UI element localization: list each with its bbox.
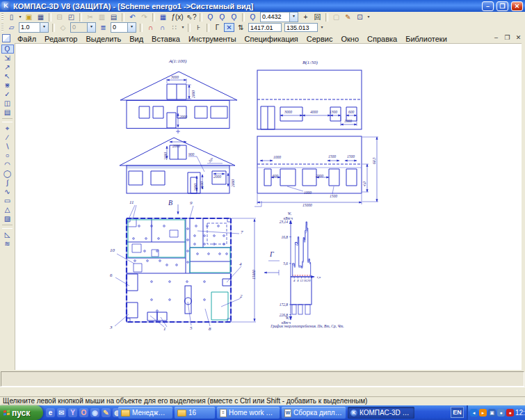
taskbar-button[interactable]: WСборка диплома [Ре... [282,407,346,419]
zoom-window-button[interactable]: Ǫ [205,13,216,22]
cursor-step-combo-dropdown[interactable]: ▾ [40,23,48,32]
taskbar-button[interactable]: ≡Home work manageme... [217,407,280,419]
coordinates-icon[interactable]: ⇅ [236,23,246,32]
context-help-button[interactable]: ⇖? [186,13,197,22]
pan-button[interactable]: + [300,13,311,22]
preview-button[interactable]: ◰ [66,13,76,22]
start-button[interactable]: пуск [0,405,43,420]
grid-button[interactable]: ∷ [169,23,179,32]
chamfer-tool-icon[interactable]: ◺ [1,230,14,239]
redo-button[interactable]: ↷ [139,13,150,22]
rectangle-tool-icon[interactable]: ▭ [1,196,14,205]
restore-button[interactable]: ❐ [496,1,508,11]
coordinates-dropdown[interactable]: ▾ [319,23,325,32]
continuous-line-tool-icon[interactable]: ∫ [1,178,14,187]
mdi-restore-button[interactable]: ❐ [503,33,511,42]
zoom-scale-combo-dropdown[interactable]: ▾ [289,13,298,22]
current-layer-combo-dropdown[interactable]: ▾ [127,23,136,32]
network-tray-icon[interactable]: ▣ [488,409,496,417]
open-button[interactable]: ▣ [24,13,34,22]
side-view-b-drawing[interactable] [257,70,362,129]
document-setup-button[interactable]: ▱ [6,23,17,32]
document-menu-icon[interactable] [2,34,10,42]
curve-tool-icon[interactable]: ∿ [1,187,14,196]
zoom-scale-combo-input[interactable] [261,13,289,20]
hatch-tool-icon[interactable]: ▨ [1,214,14,223]
y-coordinate-field[interactable] [284,23,318,32]
variables-button[interactable]: ƒ(x) [170,13,185,22]
copy-button[interactable]: ▥ [97,13,107,22]
current-view-combo-dropdown[interactable]: ▾ [87,23,95,32]
section-view-drawing[interactable] [257,136,378,204]
undo-button[interactable]: ↶ [127,13,138,22]
front-elevation-drawing[interactable] [120,72,237,134]
new-document-button-dropdown[interactable]: ▾ [17,13,23,22]
internet-explorer-icon[interactable]: e [46,408,55,417]
refresh-image-button[interactable]: ✎ [343,13,353,22]
polygon-tool-icon[interactable]: △ [1,205,14,214]
media-player-tray-icon[interactable]: ▸ [479,409,487,417]
mdi-minimize-button[interactable]: – [492,33,500,42]
current-scale-button[interactable]: Ǫ [248,13,258,22]
messenger-icon[interactable]: Y [68,408,77,417]
views-panel-icon[interactable]: ◫ [1,99,14,108]
cursor-step-combo-input[interactable] [19,23,40,31]
opera-icon[interactable]: O [79,408,88,417]
check-document-icon[interactable]: ✓ [1,90,14,99]
circle-tool-icon[interactable]: ○ [1,151,14,160]
rounding-button[interactable]: ✕ [224,23,234,32]
zoom-in-button[interactable]: Ǫ [217,13,227,22]
language-indicator[interactable]: EN [451,407,464,418]
floor-plan-drawing[interactable] [115,201,261,327]
taskbar-button[interactable]: KКОМПАС-3D V8 (ЗА... [348,407,414,419]
display-mode-button[interactable]: ⊡ [355,13,365,22]
taskbar-clock[interactable]: 12:20 [515,409,525,417]
arc-tool-icon[interactable]: ◠ [1,160,14,169]
toolbar-grip[interactable] [1,13,3,21]
local-cs-button[interactable]: ⊦ [193,23,204,32]
ortho-drawing-button[interactable]: Γ [212,23,223,32]
new-document-button[interactable]: ▯ [6,13,17,22]
ellipse-tool-icon[interactable]: ◯ [1,169,14,178]
grid-button-dropdown[interactable]: ▾ [180,23,186,32]
layers-button[interactable]: ≣ [98,23,108,32]
equidistant-tool-icon[interactable]: ≋ [1,239,14,248]
print-button[interactable]: ⊟ [54,13,65,22]
current-layer-combo-input[interactable] [111,23,127,31]
display-mode-button-dropdown[interactable]: ▾ [366,13,371,22]
current-view-button[interactable]: ◇ [58,23,68,32]
x-coordinate-field[interactable] [248,23,282,32]
save-button[interactable]: ▦ [35,13,46,22]
side-elevation-drawing[interactable] [120,138,235,193]
outlook-express-icon[interactable]: ✉ [57,408,66,417]
update-tray-icon[interactable]: ● [497,409,505,417]
aux-geometry-icon[interactable]: ⋇ [1,81,14,90]
browser-icon[interactable]: ◉ [90,408,99,417]
toolbar-grip[interactable] [1,24,3,31]
global-snaps-button[interactable]: ∩ [145,23,156,32]
spec-panel-icon[interactable]: ▤ [1,108,14,117]
cut-button[interactable]: ✂ [85,13,95,22]
drawing-canvas[interactable]: 5,616,823,1448121620t,чW,кВт·ч172,8226,8… [15,43,522,370]
select-tool-icon[interactable]: ↖ [1,72,14,81]
update-image-button[interactable]: ▢ [331,13,341,22]
language-bar-tray-icon[interactable]: ◂ [470,409,478,417]
show-all-button[interactable]: 回 [312,13,323,22]
disable-snaps-button[interactable]: ∩ [157,23,168,32]
measure-tool-icon[interactable]: ↗ [1,63,14,72]
taskbar-button[interactable]: 16 [175,407,215,419]
minimize-button[interactable]: – [482,1,494,11]
library-manager-button[interactable]: ▦ [158,13,168,22]
photoshop-icon[interactable]: ✎ [102,408,111,417]
current-view-combo-input[interactable] [71,23,87,31]
close-button[interactable]: ✕ [511,1,523,11]
aux-line-tool-icon[interactable]: ∕ [1,133,14,142]
energy-chart[interactable]: 5,616,823,1448121620t,чW,кВт·ч172,8226,8… [264,211,344,328]
zoom-out-button[interactable]: Ǫ [229,13,239,22]
zoom-scale-combo[interactable]: ▾ [260,12,298,22]
pan-tool-icon[interactable]: ⇲ [1,54,14,63]
zoom-tool-icon[interactable]: Ǫ [1,45,14,54]
antivirus-tray-icon[interactable]: ● [506,409,514,417]
segment-tool-icon[interactable]: ∖ [1,142,14,151]
taskbar-button[interactable]: Менеджмент [118,407,172,419]
